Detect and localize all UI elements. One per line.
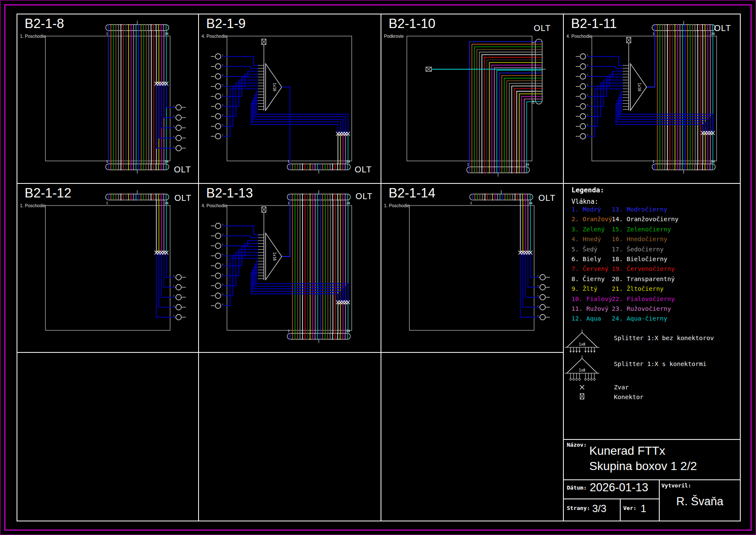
legend-fiber-item: 14. Oranžovočierny <box>612 216 678 222</box>
panel-olt-label-b2-1-8: OLT <box>174 165 191 175</box>
legend-fiber-item: 17. Šedočierny <box>612 246 664 253</box>
legend-label-splitter-bare: Splitter 1:X bez konektorov <box>614 335 714 341</box>
legend-fiber-item: 16. Hnedočierny <box>612 236 667 242</box>
text-overlay: Legenda: Vlákna: 1. Modrý2. Oranžový3. Z… <box>0 0 756 535</box>
legend-label-splitter-conn: Splitter 1:X s konektormi <box>614 360 706 367</box>
legend-subheading: Vlákna: <box>571 198 598 206</box>
legend-fiber-item: 18. Bieločierny <box>612 256 667 262</box>
titleblock-nazov-label: Názov: <box>567 442 587 448</box>
panel-olt-label-b2-1-14: OLT <box>538 193 555 203</box>
panel-olt-label-b2-1-11: OLT <box>714 23 731 33</box>
titleblock-ver-label: Ver: <box>623 505 636 511</box>
panel-title-b2-1-12: B2-1-12 <box>25 186 71 201</box>
legend-fiber-item: 24. Aqua-čierny <box>612 315 667 322</box>
legend-fiber-item: 23. Ružovočierny <box>612 305 671 312</box>
legend-fiber-item: 13. Modročierny <box>612 206 667 213</box>
titleblock-nazov-line1: Kunerad FTTx <box>589 444 665 458</box>
panel-floor-b2-1-8: 1. Poschodie <box>20 34 46 39</box>
legend-fiber-item: 2. Oranžový <box>571 216 612 222</box>
panel-olt-label-b2-1-12: OLT <box>174 193 191 203</box>
legend-heading: Legenda: <box>571 186 604 194</box>
panel-title-b2-1-13: B2-1-13 <box>206 186 253 201</box>
titleblock-vytvoril-label: Vytvoril: <box>661 482 691 489</box>
titleblock-strany-value: 3/3 <box>592 503 606 515</box>
legend-fiber-item: 5. Šedý <box>571 246 597 253</box>
panel-title-b2-1-10: B2-1-10 <box>389 16 435 31</box>
panel-floor-b2-1-11: 4. Poschodie <box>566 34 592 39</box>
panel-olt-label-b2-1-9: OLT <box>355 165 372 175</box>
legend-fiber-item: 15. Zelenočierny <box>612 226 671 233</box>
legend-fiber-item: 10. Fialový <box>571 296 612 302</box>
panel-floor-b2-1-10: Podkrovie <box>384 34 404 39</box>
legend-fiber-item: 9. Žltý <box>571 285 597 292</box>
panel-floor-b2-1-9: 4. Poschodie <box>202 34 227 39</box>
panel-title-b2-1-9: B2-1-9 <box>206 16 246 31</box>
titleblock-vytvoril-value: R. Švaňa <box>676 495 723 508</box>
titleblock-strany-label: Strany: <box>567 505 590 511</box>
legend-fiber-item: 22. Fialovočierny <box>612 296 675 302</box>
panel-title-b2-1-11: B2-1-11 <box>571 16 617 31</box>
legend-fiber-item: 8. Čierny <box>571 276 605 282</box>
legend-fiber-item: 11. Ružový <box>571 305 608 312</box>
legend-label-zvar: Zvar <box>614 384 629 391</box>
legend-label-konektor: Konektor <box>614 394 644 400</box>
legend-fiber-item: 7. Červený <box>571 265 608 272</box>
panel-olt-label-b2-1-13: OLT <box>356 191 372 201</box>
panel-floor-b2-1-12: 1. Poschodie <box>20 203 46 208</box>
titleblock-ver-value: 1 <box>641 503 646 515</box>
legend-fiber-item: 20. Transparentný <box>612 276 675 282</box>
panel-floor-b2-1-13: 4. Poschodie <box>202 203 227 208</box>
legend-fiber-item: 19. Červenočierny <box>612 265 675 272</box>
titleblock-datum-value: 2026-01-13 <box>590 481 648 494</box>
titleblock-nazov-line2: Skupina boxov 1 2/2 <box>589 459 697 473</box>
legend-fiber-item: 4. Hnedý <box>571 236 601 242</box>
legend-fiber-item: 3. Zelený <box>571 226 605 233</box>
legend-fiber-item: 21. Žltočierny <box>612 285 664 292</box>
legend-fiber-item: 1. Modrý <box>571 206 601 213</box>
legend-fiber-item: 6. Biely <box>571 256 601 262</box>
panel-floor-b2-1-14: 1. Poschodie <box>384 203 410 208</box>
panel-olt-label-b2-1-10: OLT <box>534 23 551 33</box>
titleblock-datum-label: Dátum: <box>567 484 587 491</box>
legend-fiber-item: 12. Aqua <box>571 315 601 322</box>
panel-title-b2-1-14: B2-1-14 <box>389 186 435 201</box>
panel-title-b2-1-8: B2-1-8 <box>25 16 64 31</box>
